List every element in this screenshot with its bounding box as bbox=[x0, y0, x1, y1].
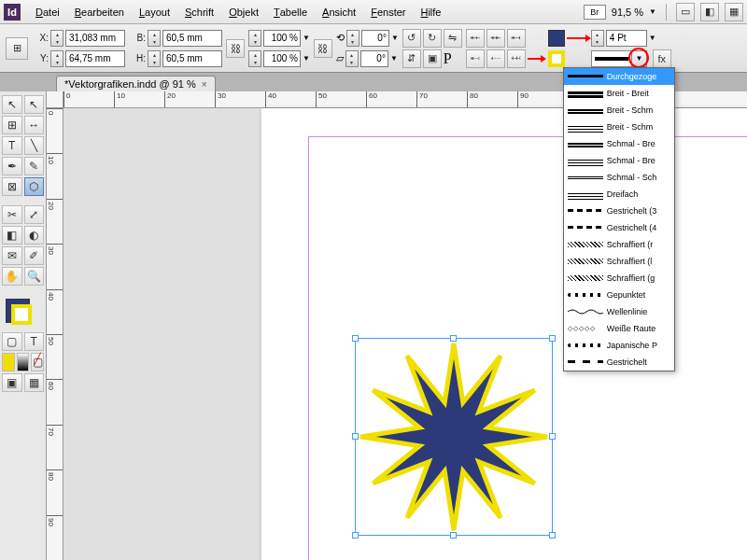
arrange-icon[interactable]: ▦ bbox=[725, 3, 743, 21]
stroke-option[interactable]: Schmal - Sch bbox=[564, 169, 674, 186]
stroke-chip[interactable] bbox=[548, 50, 565, 67]
menu-datei[interactable]: Datei bbox=[28, 0, 67, 23]
rotate-ccw-icon[interactable]: ↺ bbox=[402, 29, 421, 48]
menu-schrift[interactable]: Schrift bbox=[177, 0, 221, 23]
stroke-option[interactable]: Breit - Breit bbox=[564, 85, 674, 102]
document-tab[interactable]: *Vektorgrafiken.indd @ 91 % × bbox=[56, 76, 216, 91]
selection-tool[interactable]: ↖ bbox=[2, 95, 22, 114]
stroke-weight-field[interactable] bbox=[606, 30, 647, 47]
reference-point-icon[interactable]: ⊞ bbox=[6, 37, 28, 60]
direct-selection-tool[interactable]: ↖ bbox=[24, 95, 45, 114]
stroke-option[interactable]: Gestrichelt bbox=[564, 354, 674, 371]
stroke-style-dropdown-btn[interactable]: ▼ bbox=[632, 50, 647, 67]
stroke-option[interactable]: Schmal - Bre bbox=[564, 152, 674, 169]
type-tool[interactable]: T bbox=[2, 136, 22, 155]
polygon-tool[interactable]: ⬡ bbox=[24, 177, 45, 196]
menu-objekt[interactable]: Objekt bbox=[221, 0, 266, 23]
align-icon-3[interactable]: ⬶ bbox=[507, 29, 526, 48]
align-icon-6[interactable]: ⬹ bbox=[507, 49, 526, 68]
scale-y-field[interactable] bbox=[263, 50, 301, 67]
gradient-feather-tool[interactable]: ◐ bbox=[24, 226, 45, 245]
scale-x-field[interactable] bbox=[263, 30, 301, 47]
stroke-option[interactable]: Breit - Schm bbox=[564, 119, 674, 135]
apply-gradient-icon[interactable] bbox=[17, 353, 30, 371]
gap-tool[interactable]: ↔ bbox=[24, 116, 45, 134]
shear-field[interactable] bbox=[360, 50, 388, 67]
ruler-origin[interactable] bbox=[47, 91, 63, 108]
p-icon[interactable]: P bbox=[444, 50, 452, 67]
stroke-style-popup: DurchgezogeBreit - BreitBreit - SchmBrei… bbox=[563, 67, 675, 371]
zoom-level[interactable]: 91,5 % bbox=[612, 7, 643, 18]
ruler-vertical[interactable]: 0102030405060708090 bbox=[47, 108, 63, 560]
rotate-field[interactable] bbox=[361, 30, 389, 47]
menu-tabelle[interactable]: Tabelle bbox=[266, 0, 315, 23]
note-tool[interactable]: ✉ bbox=[2, 246, 22, 265]
menu-bearbeiten[interactable]: Bearbeiten bbox=[67, 0, 132, 23]
apply-none-icon[interactable]: ▢╱ bbox=[31, 353, 44, 371]
stroke-option[interactable]: Schraffiert (r bbox=[564, 236, 674, 253]
bridge-button[interactable]: Br bbox=[584, 5, 606, 20]
menu-fenster[interactable]: Fenster bbox=[363, 0, 413, 23]
view-mode-preview[interactable]: ▦ bbox=[24, 373, 45, 392]
stroke-option[interactable]: Gestrichelt (3 bbox=[564, 203, 674, 219]
annotation-arrow-1 bbox=[528, 58, 544, 60]
view-mode-icon[interactable]: ▭ bbox=[676, 3, 695, 21]
apply-color-icon[interactable] bbox=[2, 353, 15, 371]
page-tool[interactable]: ⊞ bbox=[2, 116, 22, 134]
rotate-icon: ⟲ bbox=[336, 32, 345, 44]
app-icon: Id bbox=[4, 4, 21, 21]
close-tab-icon[interactable]: × bbox=[202, 79, 207, 90]
align-icon-5[interactable]: ⬸ bbox=[486, 49, 505, 68]
x-field[interactable] bbox=[65, 30, 125, 47]
stroke-option[interactable]: ◇◇◇◇◇Weiße Raute bbox=[564, 320, 674, 337]
align-icon-2[interactable]: ⬵ bbox=[486, 29, 505, 48]
stroke-swatch[interactable] bbox=[11, 304, 32, 325]
align-icon-1[interactable]: ⬴ bbox=[466, 29, 485, 48]
hand-tool[interactable]: ✋ bbox=[2, 267, 22, 286]
stroke-option[interactable]: Schmal - Bre bbox=[564, 135, 674, 152]
w-field[interactable] bbox=[162, 30, 222, 47]
fx-icon[interactable]: fx bbox=[653, 49, 671, 68]
stroke-option[interactable]: Dreifach bbox=[564, 186, 674, 203]
tab-title: *Vektorgrafiken.indd @ 91 % bbox=[64, 78, 196, 90]
stroke-option[interactable]: Wellenlinie bbox=[564, 303, 674, 320]
view-mode-normal[interactable]: ▣ bbox=[2, 373, 22, 392]
eyedropper-tool[interactable]: ✐ bbox=[24, 246, 45, 265]
screen-mode-icon[interactable]: ◧ bbox=[700, 3, 719, 21]
h-field[interactable] bbox=[162, 50, 222, 67]
gradient-swatch-tool[interactable]: ◧ bbox=[2, 226, 22, 245]
annotation-circle bbox=[628, 48, 649, 68]
stroke-option[interactable]: Japanische P bbox=[564, 337, 674, 354]
pencil-tool[interactable]: ✎ bbox=[24, 157, 45, 175]
flip-v-icon[interactable]: ⇵ bbox=[402, 49, 421, 68]
stroke-option[interactable]: Breit - Schm bbox=[564, 102, 674, 119]
y-field[interactable] bbox=[65, 50, 125, 67]
menu-layout[interactable]: Layout bbox=[132, 0, 177, 23]
line-tool[interactable]: ╲ bbox=[24, 136, 45, 155]
rectangle-frame-tool[interactable]: ⊠ bbox=[2, 177, 22, 196]
menu-ansicht[interactable]: Ansicht bbox=[315, 0, 363, 23]
stroke-option[interactable]: Gepunktet bbox=[564, 287, 674, 303]
rotate-cw-icon[interactable]: ↻ bbox=[423, 29, 442, 48]
constrain-scale-icon[interactable]: ⛓ bbox=[314, 39, 332, 58]
align-icon-4[interactable]: ⬷ bbox=[466, 49, 485, 68]
menu-hilfe[interactable]: Hilfe bbox=[413, 0, 448, 23]
constrain-icon[interactable]: ⛓ bbox=[226, 39, 245, 58]
stroke-option[interactable]: Gestrichelt (4 bbox=[564, 219, 674, 236]
star-shape[interactable] bbox=[357, 340, 551, 534]
fill-chip[interactable] bbox=[548, 30, 565, 47]
zoom-chevron-icon[interactable]: ▼ bbox=[649, 7, 656, 16]
stroke-option[interactable]: Schraffiert (l bbox=[564, 253, 674, 270]
stroke-style-display[interactable] bbox=[591, 50, 632, 67]
select-container-icon[interactable]: ▣ bbox=[423, 49, 442, 68]
stroke-option[interactable]: Durchgezoge bbox=[564, 68, 674, 85]
flip-h-icon[interactable]: ⇋ bbox=[444, 29, 462, 48]
zoom-tool[interactable]: 🔍 bbox=[24, 267, 45, 286]
container-formatting-icon[interactable]: ▢ bbox=[2, 332, 22, 351]
svg-marker-0 bbox=[360, 343, 547, 530]
scissors-tool[interactable]: ✂ bbox=[2, 205, 22, 224]
free-transform-tool[interactable]: ⤢ bbox=[24, 205, 45, 224]
stroke-option[interactable]: Schraffiert (g bbox=[564, 270, 674, 287]
pen-tool[interactable]: ✒ bbox=[2, 157, 22, 175]
text-formatting-icon[interactable]: T bbox=[24, 332, 45, 351]
